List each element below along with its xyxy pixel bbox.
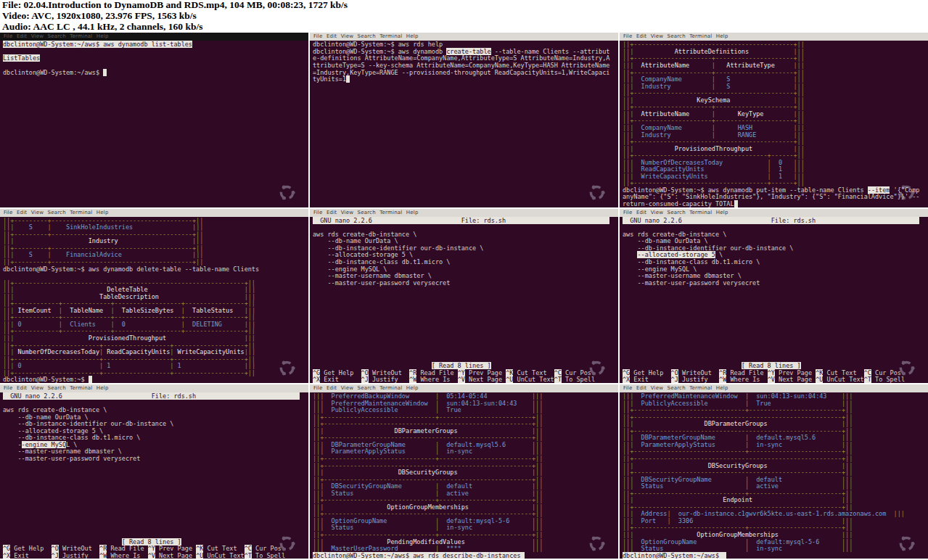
terminal-line: --master-user-password verysecret bbox=[313, 280, 618, 287]
terminal-line: GNU nano 2.2.6 File: rds.sh bbox=[3, 393, 308, 400]
video-frame-4: File Edit View Search Terminal Help ||+-… bbox=[0, 209, 308, 383]
terminal-line: =Industry,KeyType=RANGE --provisioned-th… bbox=[313, 70, 618, 77]
terminal-line bbox=[3, 511, 308, 518]
terminal-line bbox=[3, 524, 308, 532]
terminal-line: return-consumed-capacity TOTAL bbox=[623, 201, 928, 207]
terminal-menubar: File Edit View Search Terminal Help bbox=[310, 209, 618, 217]
terminal-menubar: File Edit View Search Terminal Help bbox=[0, 209, 308, 217]
terminal-line bbox=[623, 314, 928, 321]
terminal-line bbox=[623, 294, 928, 301]
terminal-menubar: File Edit View Search Terminal Help bbox=[310, 33, 618, 41]
terminal-line: dbclinton@WD-System:~/aws$ bbox=[623, 553, 928, 559]
terminal-line bbox=[623, 349, 928, 356]
terminal-screen: dbclinton@WD-System:~$ aws rds helpdbcli… bbox=[310, 41, 618, 207]
terminal-menubar: File Edit View Search Terminal Help bbox=[620, 384, 928, 392]
terminal-line: ListTables bbox=[3, 55, 308, 62]
terminal-line bbox=[623, 300, 928, 308]
terminal-line: dbclinton@WD-System:~/aws$ bbox=[3, 70, 308, 77]
terminal-line: dbclinton@WD-System:~$ aws dynamodb dele… bbox=[3, 266, 308, 273]
terminal-screen: GNU nano 2.2.6 File: rds.sh aws rds crea… bbox=[0, 392, 308, 559]
video-frame-3: File Edit View Search Terminal Help ||+-… bbox=[620, 33, 928, 207]
terminal-line bbox=[3, 477, 308, 484]
terminal-menubar: File Edit View Search Terminal Help bbox=[0, 33, 308, 41]
terminal-line bbox=[313, 342, 618, 350]
terminal-menubar: File Edit View Search Terminal Help bbox=[310, 384, 618, 392]
terminal-screen: GNU nano 2.2.6 File: rds.sh aws rds crea… bbox=[620, 217, 928, 383]
terminal-line bbox=[3, 49, 308, 56]
terminal-line: dbclinton@WD-System:~$ bbox=[3, 376, 308, 383]
terminal-line: GNU nano 2.2.6 File: rds.sh bbox=[313, 218, 618, 225]
terminal-line bbox=[3, 483, 308, 490]
video-frame-9: File Edit View Search Terminal Help ||| … bbox=[620, 384, 928, 559]
media-info-header: File: 02.04.Introduction to DynamoDB and… bbox=[0, 0, 928, 33]
terminal-line bbox=[313, 314, 618, 321]
terminal-line: ^X Exit ^J Justify ^W Where Is ^V Next P… bbox=[3, 553, 308, 559]
terminal-menubar: File Edit View Search Terminal Help bbox=[620, 209, 928, 217]
terminal-menubar: File Edit View Search Terminal Help bbox=[0, 384, 308, 392]
terminal-line: ^X Exit ^J Justify ^W Where Is ^V Next P… bbox=[623, 376, 928, 383]
media-info-audio-line: Audio: AAC LC , 44.1 kHz, 2 channels, 16… bbox=[2, 22, 926, 33]
terminal-line bbox=[623, 328, 928, 335]
terminal-screen: GNU nano 2.2.6 File: rds.sh aws rds crea… bbox=[310, 217, 618, 383]
terminal-line bbox=[313, 349, 618, 356]
video-frame-8: File Edit View Search Terminal Help ||| … bbox=[310, 384, 618, 559]
terminal-line bbox=[313, 308, 618, 315]
terminal-line bbox=[313, 300, 618, 308]
terminal-screen: dbclinton@WD-System:~/aws$ aws dynamodb … bbox=[0, 41, 308, 207]
terminal-line bbox=[3, 518, 308, 525]
terminal-screen: ||+-------------------------------------… bbox=[620, 41, 928, 207]
video-frame-7: File Edit View Search Terminal Help GNU … bbox=[0, 384, 308, 559]
terminal-line bbox=[3, 463, 308, 470]
terminal-line bbox=[313, 287, 618, 294]
terminal-line bbox=[3, 497, 308, 504]
terminal-line bbox=[313, 321, 618, 329]
terminal-line: GNU nano 2.2.6 File: rds.sh bbox=[623, 218, 928, 225]
media-info-file-line: File: 02.04.Introduction to DynamoDB and… bbox=[2, 0, 926, 11]
video-frame-1: File Edit View Search Terminal Help dbcl… bbox=[0, 33, 308, 207]
terminal-line: tyUnits=1 bbox=[313, 76, 618, 83]
terminal-line bbox=[3, 504, 308, 511]
terminal-line bbox=[3, 469, 308, 477]
terminal-line bbox=[3, 490, 308, 498]
terminal-line: dbclinton@WD-System:~/aws$ aws rds descr… bbox=[313, 553, 618, 559]
terminal-line: ^X Exit ^J Justify ^W Where Is ^V Next P… bbox=[313, 376, 618, 383]
terminal-line: --master-user-password verysecret bbox=[623, 280, 928, 287]
thumbnail-grid: File Edit View Search Terminal Help dbcl… bbox=[0, 33, 928, 559]
video-frame-2: File Edit View Search Terminal Help dbcl… bbox=[310, 33, 618, 207]
terminal-line: dbclinton@WD-System:~/aws$ aws dynamodb … bbox=[3, 41, 308, 49]
video-frame-6: File Edit View Search Terminal Help GNU … bbox=[620, 209, 928, 383]
terminal-line bbox=[623, 308, 928, 315]
terminal-line bbox=[313, 328, 618, 335]
terminal-screen: ||+---------+---------------------------… bbox=[0, 217, 308, 383]
terminal-screen: ||| PreferredBackupWindow | 05:14-05:44 … bbox=[310, 392, 618, 559]
terminal-line bbox=[623, 342, 928, 350]
terminal-line bbox=[313, 294, 618, 301]
terminal-line bbox=[623, 321, 928, 329]
terminal-line bbox=[623, 287, 928, 294]
terminal-line bbox=[313, 335, 618, 342]
terminal-menubar: File Edit View Search Terminal Help bbox=[620, 33, 928, 41]
media-info-video-line: Video: AVC, 1920x1080, 23.976 FPS, 1563 … bbox=[2, 11, 926, 22]
terminal-line: --master-user-password verysecret bbox=[3, 456, 308, 463]
video-frame-5: File Edit View Search Terminal Help GNU … bbox=[310, 209, 618, 383]
terminal-screen: ||| PreferredMaintenanceWindow | sun:04:… bbox=[620, 392, 928, 559]
terminal-line bbox=[623, 335, 928, 342]
